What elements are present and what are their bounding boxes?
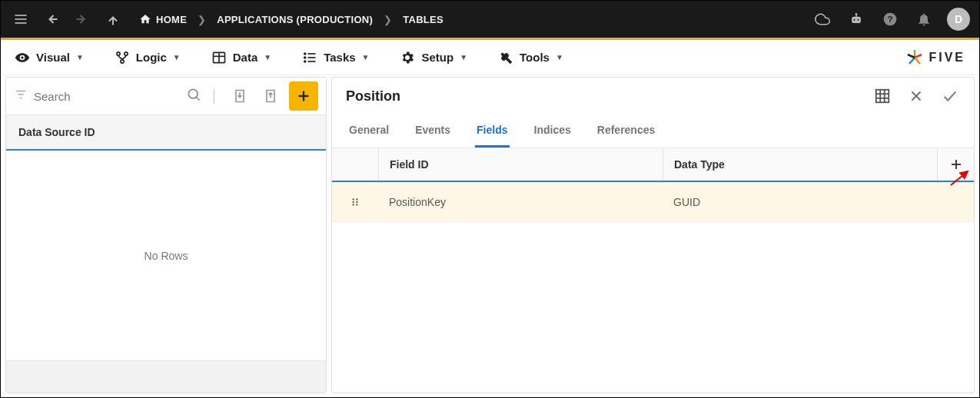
svg-point-25 (304, 61, 306, 62)
table-row[interactable]: PositionKey GUID (332, 182, 974, 222)
avatar[interactable]: D (947, 8, 970, 31)
svg-point-34 (188, 89, 198, 98)
menu-icon[interactable] (10, 8, 32, 30)
search-icon[interactable] (186, 87, 201, 105)
add-button[interactable] (289, 81, 318, 111)
eye-icon (15, 50, 30, 65)
breadcrumb-label: HOME (156, 14, 187, 25)
svg-point-50 (353, 198, 354, 200)
column-handle (332, 148, 378, 181)
save-icon[interactable] (940, 86, 960, 106)
menu-label: Tools (520, 51, 550, 64)
menu-tasks[interactable]: Tasks▼ (302, 50, 369, 65)
export-icon[interactable] (258, 84, 283, 108)
tab-events[interactable]: Events (414, 114, 452, 148)
help-icon[interactable]: ? (879, 8, 901, 30)
svg-line-27 (915, 55, 922, 58)
home-icon (139, 13, 151, 25)
logo: FIVE (905, 48, 965, 67)
avatar-initial: D (955, 13, 962, 25)
tab-fields[interactable]: Fields (475, 114, 509, 148)
breadcrumb-label: TABLES (403, 14, 443, 25)
menu-label: Data (233, 51, 258, 64)
filter-icon[interactable] (14, 88, 28, 104)
svg-line-29 (909, 58, 915, 64)
svg-point-7 (853, 19, 855, 21)
search-input[interactable] (34, 90, 180, 103)
back-icon[interactable] (41, 8, 62, 30)
import-icon[interactable] (228, 84, 252, 108)
logo-text: FIVE (929, 51, 965, 65)
up-icon[interactable] (102, 8, 124, 30)
svg-point-52 (353, 201, 354, 202)
svg-point-15 (125, 51, 128, 55)
table-icon (211, 50, 227, 65)
svg-text:?: ? (887, 14, 892, 24)
flow-icon (115, 50, 130, 65)
menu-label: Visual (36, 51, 70, 64)
chevron-down-icon: ▼ (362, 53, 370, 61)
svg-point-54 (353, 204, 354, 205)
add-field-button[interactable] (937, 148, 974, 181)
tab-references[interactable]: References (596, 114, 657, 148)
menu-setup[interactable]: Setup▼ (400, 50, 467, 65)
grid-view-icon[interactable] (872, 86, 892, 106)
bot-icon[interactable] (845, 8, 867, 30)
menu-tools[interactable]: Tools▼ (498, 50, 563, 65)
breadcrumb-applications[interactable]: APPLICATIONS (PRODUCTION) (217, 14, 373, 25)
close-icon[interactable] (906, 86, 926, 106)
svg-rect-6 (852, 17, 861, 23)
top-bar: HOME ❯ APPLICATIONS (PRODUCTION) ❯ TABLE… (1, 1, 979, 38)
chevron-down-icon: ▼ (76, 53, 84, 61)
bell-icon[interactable] (913, 8, 935, 30)
svg-point-8 (857, 19, 859, 21)
breadcrumb-tables[interactable]: TABLES (403, 14, 443, 25)
svg-line-30 (908, 55, 915, 58)
chevron-down-icon: ▼ (173, 53, 181, 61)
breadcrumb-home[interactable]: HOME (139, 13, 187, 25)
menu-visual[interactable]: Visual▼ (15, 50, 84, 65)
menu-data[interactable]: Data▼ (211, 50, 271, 65)
empty-text: No Rows (145, 250, 188, 262)
svg-point-51 (356, 198, 357, 200)
left-column-header: Data Source ID (6, 114, 326, 151)
left-toolbar: │ (6, 78, 326, 114)
svg-point-55 (356, 204, 357, 205)
svg-point-23 (304, 53, 306, 55)
forward-icon (71, 8, 93, 30)
column-data-type: Data Type (663, 148, 937, 181)
page-title: Position (346, 88, 865, 104)
svg-point-16 (121, 59, 124, 62)
svg-point-14 (117, 51, 120, 55)
svg-line-35 (197, 98, 200, 101)
svg-point-10 (855, 13, 858, 15)
tab-indices[interactable]: Indices (533, 114, 573, 148)
chevron-right-icon: ❯ (384, 14, 392, 25)
breadcrumb-label: APPLICATIONS (PRODUCTION) (217, 14, 373, 25)
list-icon (302, 50, 317, 65)
divider: │ (208, 89, 221, 103)
chevron-down-icon: ▼ (264, 53, 271, 61)
tab-general[interactable]: General (347, 114, 390, 148)
chevron-down-icon: ▼ (460, 53, 467, 61)
fields-grid-header: Field ID Data Type (332, 148, 974, 182)
menu-label: Logic (136, 51, 167, 64)
cell-field-id: PositionKey (378, 196, 663, 208)
main-area: │ Data Source ID No Rows Position (1, 75, 979, 398)
breadcrumb: HOME ❯ APPLICATIONS (PRODUCTION) ❯ TABLE… (139, 13, 443, 25)
gear-icon (400, 50, 415, 65)
plus-icon (295, 88, 312, 104)
tools-icon (498, 50, 513, 65)
left-panel: │ Data Source ID No Rows (5, 77, 327, 393)
tabs: General Events Fields Indices References (332, 114, 974, 148)
chevron-down-icon: ▼ (556, 53, 563, 61)
svg-line-28 (915, 58, 920, 64)
menu-bar: Visual▼ Logic▼ Data▼ Tasks▼ Setup▼ Tools… (1, 40, 979, 75)
menu-logic[interactable]: Logic▼ (115, 50, 181, 65)
menu-label: Setup (421, 51, 453, 64)
cloud-icon[interactable] (812, 8, 833, 30)
left-footer (6, 360, 326, 393)
drag-handle-icon[interactable] (332, 197, 378, 207)
svg-point-24 (304, 57, 306, 58)
left-empty-state: No Rows (6, 151, 326, 360)
